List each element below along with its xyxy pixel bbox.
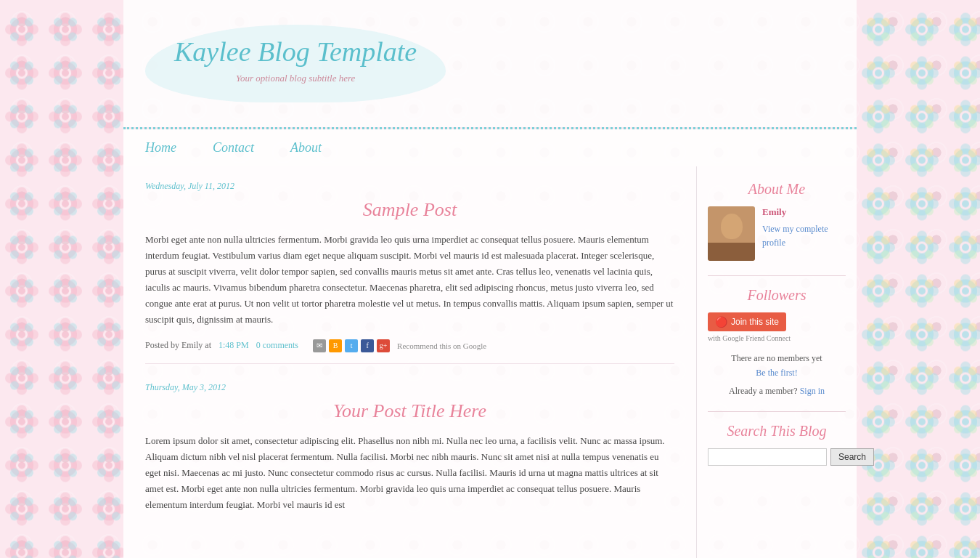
- join-btn-label: Join this site: [731, 317, 779, 327]
- nav-contact[interactable]: Contact: [213, 140, 254, 155]
- main-content: Wednesday, July 11, 2012 Sample Post Mor…: [123, 166, 697, 558]
- about-me-name: Emily: [762, 206, 846, 218]
- about-me-info: Emily View my complete profile: [762, 206, 846, 249]
- blog-title: Kaylee Blog Template: [174, 36, 417, 69]
- post-1-date: Wednesday, July 11, 2012: [145, 181, 674, 192]
- share-gplus-icon[interactable]: g+: [377, 339, 390, 352]
- join-site-button[interactable]: 🔴 Join this site: [708, 312, 786, 331]
- share-facebook-icon[interactable]: f: [361, 339, 374, 352]
- no-members-text: There are no members yet: [708, 353, 846, 364]
- blog-subtitle: Your optional blog subtitle here: [174, 73, 417, 84]
- already-member-label: Already a member?: [729, 386, 798, 396]
- followers-section: Followers 🔴 Join this site with Google F…: [708, 287, 846, 397]
- page-wrapper: Kaylee Blog Template Your optional blog …: [0, 0, 980, 558]
- google-friend-text: with Google Friend Connect: [708, 334, 846, 342]
- post-1-author: Emily: [181, 340, 203, 350]
- about-me-content: Emily View my complete profile: [708, 206, 846, 261]
- svg-rect-20: [0, 8, 123, 559]
- header-blob: Kaylee Blog Template Your optional blog …: [145, 25, 446, 102]
- view-profile-link[interactable]: View my complete profile: [762, 224, 828, 248]
- search-input[interactable]: [708, 448, 827, 466]
- content-row: Wednesday, July 11, 2012 Sample Post Mor…: [123, 166, 857, 558]
- nav-bar: Home Contact About: [123, 129, 857, 166]
- sign-in-link[interactable]: Sign in: [800, 386, 825, 396]
- header: Kaylee Blog Template Your optional blog …: [123, 0, 857, 127]
- nav-home[interactable]: Home: [145, 140, 176, 155]
- blog-post-1: Wednesday, July 11, 2012 Sample Post Mor…: [145, 181, 674, 364]
- join-icon: 🔴: [715, 316, 727, 328]
- search-title: Search This Blog: [708, 423, 846, 440]
- nav-about[interactable]: About: [290, 140, 322, 155]
- main-layout: Kaylee Blog Template Your optional blog …: [123, 0, 857, 558]
- post-1-comments[interactable]: 0 comments: [256, 340, 298, 351]
- share-email-icon[interactable]: ✉: [313, 339, 326, 352]
- avatar: [708, 206, 755, 261]
- search-button[interactable]: Search: [830, 448, 874, 466]
- share-blog-icon[interactable]: B: [329, 339, 342, 352]
- share-twitter-icon[interactable]: t: [345, 339, 358, 352]
- post-2-date: Thursday, May 3, 2012: [145, 382, 674, 393]
- search-input-row: Search: [708, 448, 846, 466]
- right-decorative-sidebar: [857, 0, 980, 558]
- post-1-body: Morbi eget ante non nulla ultricies ferm…: [145, 232, 674, 328]
- post-1-time[interactable]: 1:48 PM: [219, 340, 249, 351]
- right-sidebar: About Me Emily View my complete profile …: [697, 166, 857, 558]
- search-section: Search This Blog Search: [708, 423, 846, 466]
- about-me-section: About Me Emily View my complete profile: [708, 181, 846, 261]
- already-member-text: Already a member? Sign in: [708, 386, 846, 397]
- be-first-link[interactable]: Be the first!: [708, 368, 846, 379]
- svg-rect-21: [857, 8, 980, 559]
- post-1-title: Sample Post: [145, 199, 674, 221]
- post-1-recommend: Recommend this on Google: [397, 341, 486, 350]
- post-1-footer: Posted by Emily at 1:48 PM 0 comments ✉ …: [145, 339, 674, 364]
- post-2-title: Your Post Title Here: [145, 400, 674, 422]
- about-me-title: About Me: [708, 181, 846, 198]
- post-1-author-text: Posted by Emily at: [145, 340, 211, 351]
- blog-post-2: Thursday, May 3, 2012 Your Post Title He…: [145, 382, 674, 513]
- left-decorative-sidebar: [0, 0, 123, 558]
- sidebar-divider-2: [708, 411, 846, 412]
- followers-title: Followers: [708, 287, 846, 304]
- post-2-body: Lorem ipsum dolor sit amet, consectetur …: [145, 433, 674, 513]
- post-1-share-icons: ✉ B t f g+: [313, 339, 390, 352]
- sidebar-divider-1: [708, 275, 846, 276]
